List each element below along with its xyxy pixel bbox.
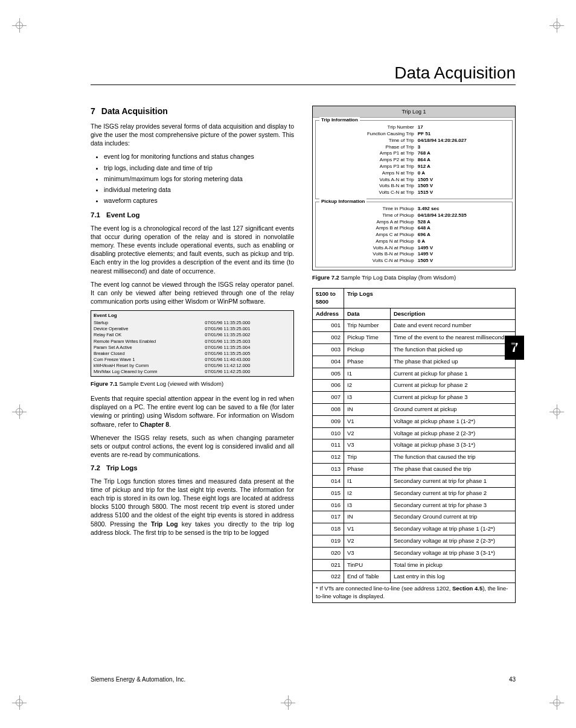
info-label: Amps B at Pickup bbox=[319, 225, 418, 232]
cell-description: Secondary voltage at trip phase 1 (1-2*) bbox=[390, 523, 515, 535]
figure-7-1-caption: Figure 7.1 Sample Event Log (viewed with… bbox=[91, 380, 294, 388]
cell-data: I1 bbox=[344, 368, 391, 380]
cell-data: Pickup bbox=[344, 343, 391, 356]
info-row: Amps A at Pickup528 A bbox=[319, 219, 508, 226]
info-row: Volts A-N at Pickup1495 V bbox=[319, 245, 508, 252]
bullet: waveform captures bbox=[104, 196, 294, 205]
info-row: Volts C-N at Trip1515 V bbox=[319, 190, 508, 196]
event-log-row: Remote Param Writes Enabled07/01/96 11:3… bbox=[91, 339, 293, 345]
cell-description: The function that picked up bbox=[390, 343, 515, 356]
info-row: Amps B at Pickup648 A bbox=[319, 225, 508, 232]
table-row: 007I3Current at pickup for phase 3 bbox=[313, 392, 516, 404]
content-area: 7Data Acquisition The ISGS relay provide… bbox=[91, 106, 516, 662]
cell-description: Secondary current at trip for phase 1 bbox=[390, 475, 515, 487]
table-row: 008INGround current at pickup bbox=[313, 404, 516, 416]
info-value: 1495 V bbox=[418, 251, 433, 258]
info-row: Time of Pickup04/18/94 14:20:22.535 bbox=[319, 212, 508, 219]
info-value: 864 A bbox=[418, 157, 430, 164]
title-rule bbox=[91, 85, 516, 85]
cell-address: 008 bbox=[313, 404, 344, 416]
table-row: 018V1Secondary voltage at trip phase 1 (… bbox=[313, 523, 516, 535]
cell-description: Current at pickup for phase 2 bbox=[390, 380, 515, 392]
cell-data: I2 bbox=[344, 380, 391, 392]
table-row: 004PhaseThe phase that picked up bbox=[313, 356, 516, 368]
info-value: 3 bbox=[418, 144, 420, 151]
info-value: 912 A bbox=[418, 164, 430, 170]
cell-data: Phase bbox=[344, 464, 391, 476]
event-name: Remote Param Writes Enabled bbox=[91, 339, 202, 345]
info-row: Amps P2 at Trip864 A bbox=[319, 157, 508, 164]
cell-address: 017 bbox=[313, 511, 344, 523]
cell-address: 019 bbox=[313, 535, 344, 547]
cell-data: V2 bbox=[344, 427, 391, 439]
cell-description: Voltage at pickup phase 2 (2-3*) bbox=[390, 427, 515, 439]
event-log-row: Relay Fail OK07/01/96 11:35:25.002 bbox=[91, 332, 293, 338]
info-label: Amps A at Pickup bbox=[319, 219, 418, 226]
intro-paragraph: The ISGS relay provides several forms of… bbox=[91, 122, 294, 148]
cell-description: Last entry in this log bbox=[390, 571, 515, 583]
info-value: 0 A bbox=[418, 238, 425, 245]
event-name: Breaker Closed bbox=[91, 351, 202, 357]
info-value: 1505 V bbox=[418, 258, 433, 264]
crop-mark bbox=[12, 404, 27, 419]
cell-address: 005 bbox=[313, 368, 344, 380]
cell-address: 002 bbox=[313, 332, 344, 344]
cell-address: 003 bbox=[313, 343, 344, 356]
p-7-2-a: The Trip Logs function stores times and … bbox=[91, 477, 294, 537]
event-timestamp: 07/01/96 11:35:25.003 bbox=[202, 339, 293, 345]
intro-bullets: event log for monitoring functions and s… bbox=[91, 152, 294, 205]
crop-mark bbox=[549, 18, 564, 33]
trip-log-key: Trip Log bbox=[151, 520, 178, 528]
info-value: 1495 V bbox=[418, 245, 433, 252]
pickup-info-legend: Pickup Information bbox=[319, 199, 366, 205]
info-value: 1505 V bbox=[418, 183, 433, 190]
info-label: Time of Trip bbox=[319, 138, 418, 144]
trip-info-legend: Trip Information bbox=[319, 117, 360, 124]
info-row: Volts B-N at Trip1505 V bbox=[319, 183, 508, 190]
info-row: Time in Pickup3.492 sec bbox=[319, 206, 508, 212]
info-row: Volts C-N at Pickup1505 V bbox=[319, 258, 508, 264]
info-row: Phase of Trip3 bbox=[319, 144, 508, 151]
heading-7-title: Data Acquisition bbox=[101, 106, 168, 116]
cell-description: Secondary voltage at trip phase 3 (3-1*) bbox=[390, 547, 515, 559]
cell-data: TinPU bbox=[344, 559, 391, 571]
trip-log-title: Trip Log 1 bbox=[313, 106, 515, 118]
event-log-row: Min/Max Log Cleared by Comm07/01/96 11:4… bbox=[91, 369, 293, 375]
info-value: 1515 V bbox=[418, 190, 433, 196]
p-7-1-c: Events that require special attention ap… bbox=[91, 394, 294, 429]
figure-7-1-label: Figure 7.1 bbox=[91, 380, 118, 387]
cell-description: Secondary voltage at trip phase 2 (2-3*) bbox=[390, 535, 515, 547]
info-row: Function Causing TripPF 51 bbox=[319, 131, 508, 138]
info-value: 17 bbox=[418, 124, 423, 131]
cell-address: 010 bbox=[313, 427, 344, 439]
trip-log-sample: Trip Log 1 Trip Information Trip Number1… bbox=[312, 106, 516, 270]
table-row: 012TripThe function that caused the trip bbox=[313, 452, 516, 464]
left-column: 7Data Acquisition The ISGS relay provide… bbox=[91, 106, 294, 662]
event-timestamp: 07/01/96 11:35:25.000 bbox=[202, 320, 293, 326]
cell-address: 011 bbox=[313, 439, 344, 452]
trip-logs-header-row: 5100 to 5800 Trip Logs bbox=[313, 288, 516, 308]
cell-address: 015 bbox=[313, 487, 344, 499]
info-row: Time of Trip04/18/94 14:20:26.027 bbox=[319, 138, 508, 144]
table-row: 014I1Secondary current at trip for phase… bbox=[313, 475, 516, 487]
event-timestamp: 07/01/96 11:35:25.005 bbox=[202, 351, 293, 357]
right-column: Trip Log 1 Trip Information Trip Number1… bbox=[312, 106, 516, 662]
info-row: Amps N at Trip0 A bbox=[319, 170, 508, 177]
trip-logs-column-headers: Address Data Description bbox=[313, 308, 516, 320]
table-row: 017INSecondary Ground current at trip bbox=[313, 511, 516, 523]
cell-data: Trip bbox=[344, 452, 391, 464]
info-value: 04/18/94 14:20:26.027 bbox=[418, 138, 467, 144]
heading-7-num: 7 bbox=[91, 106, 95, 116]
info-label: Volts A-N at Trip bbox=[319, 177, 418, 184]
event-name: Com Freeze Wave 1 bbox=[91, 357, 202, 363]
info-label: Amps P1 at Trip bbox=[319, 150, 418, 157]
crop-mark bbox=[12, 18, 27, 33]
cell-data: V3 bbox=[344, 547, 391, 559]
event-name: Relay Fail OK bbox=[91, 332, 202, 338]
event-timestamp: 07/01/96 11:35:25.004 bbox=[202, 345, 293, 351]
crop-mark bbox=[549, 404, 564, 419]
cell-description: Ground current at pickup bbox=[390, 404, 515, 416]
trip-logs-range-label: Trip Logs bbox=[344, 288, 516, 308]
crop-mark bbox=[549, 695, 564, 710]
info-row: Trip Number17 bbox=[319, 124, 508, 131]
